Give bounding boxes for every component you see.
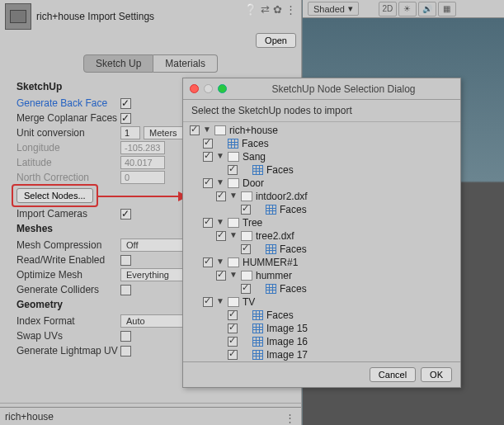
help-icon[interactable]: ❔ (244, 3, 257, 16)
expand-icon[interactable]: ▼ (216, 298, 224, 306)
label-swap-uvs: Swap UVs (16, 330, 120, 342)
inspector-tabs: Sketch Up Materials (0, 53, 301, 79)
expand-icon[interactable]: ▼ (216, 153, 224, 161)
tree-checkbox[interactable] (228, 310, 238, 320)
close-icon[interactable] (190, 84, 199, 93)
generate-colliders-checkbox[interactable] (120, 285, 131, 295)
tree-checkbox[interactable] (228, 350, 238, 360)
label-north-correction: North Correction (16, 172, 120, 183)
label-generate-colliders: Generate Colliders (16, 284, 120, 295)
expand-icon[interactable]: ▼ (229, 272, 238, 280)
fx-icon[interactable]: ▦ (438, 2, 456, 17)
tree-checkbox[interactable] (228, 165, 238, 175)
inspector-title: rich+house Import Settings (36, 11, 154, 22)
tree-node-label[interactable]: Faces (266, 309, 294, 321)
expand-icon[interactable]: ▼ (229, 192, 238, 201)
chevron-down-icon: ▾ (348, 3, 353, 14)
tree-checkbox[interactable] (203, 257, 213, 267)
tree-checkbox[interactable] (228, 323, 238, 333)
tree-checkbox[interactable] (241, 244, 251, 254)
mode-2d-button[interactable]: 2D (379, 2, 397, 17)
tree-checkbox[interactable] (228, 337, 238, 347)
tree-checkbox[interactable] (216, 271, 226, 281)
resize-handle-icon[interactable]: ⋮ (285, 412, 296, 422)
select-nodes-highlight: Select Nodes... (12, 184, 98, 207)
longitude-field: -105.283 (120, 141, 165, 154)
node-icon (214, 125, 226, 135)
node-icon (228, 178, 239, 188)
gear-icon[interactable]: ✿ (273, 3, 282, 16)
generate-back-face-checkbox[interactable] (120, 98, 131, 109)
tree-checkbox[interactable] (203, 297, 213, 307)
shading-dropdown[interactable]: Shaded ▾ (308, 2, 359, 16)
tree-node-label[interactable]: Faces (280, 204, 307, 215)
tree-node-label[interactable]: Sang (243, 151, 266, 163)
tree-node-label[interactable]: Image 17 (266, 349, 308, 361)
tree-node-label[interactable]: TV (243, 296, 255, 308)
ok-button[interactable]: OK (421, 367, 452, 382)
generate-lightmap-checkbox[interactable] (120, 346, 131, 357)
node-tree[interactable]: ▼rich+house Faces ▼Sang Faces ▼Door ▼int… (183, 122, 460, 362)
tree-checkbox[interactable] (241, 284, 251, 294)
tree-checkbox[interactable] (203, 178, 213, 188)
label-merge-coplanar: Merge Coplanar Faces (16, 112, 120, 124)
tree-node-label[interactable]: HUMMER#1 (243, 257, 298, 268)
preset-icon[interactable]: ⇄ (261, 3, 270, 16)
tab-sketchup[interactable]: Sketch Up (83, 54, 153, 73)
expand-icon[interactable]: ▼ (216, 179, 224, 187)
faces-icon (252, 337, 263, 347)
label-mesh-compression: Mesh Compression (16, 239, 120, 251)
faces-icon (266, 284, 276, 294)
menu-icon[interactable]: ⋮ (285, 3, 296, 16)
select-nodes-button[interactable]: Select Nodes... (16, 188, 93, 203)
merge-coplanar-checkbox[interactable] (120, 113, 131, 124)
dialog-title: SketchUp Node Selection Dialog (233, 83, 454, 95)
tree-checkbox[interactable] (190, 125, 200, 135)
expand-icon[interactable]: ▼ (203, 126, 211, 135)
zoom-icon[interactable] (218, 84, 227, 93)
tree-checkbox[interactable] (216, 191, 226, 201)
tree-node-label[interactable]: Image 16 (266, 336, 308, 347)
tree-node-label[interactable]: tree2.dxf (256, 230, 294, 242)
import-cameras-checkbox[interactable] (120, 209, 131, 220)
tree-node-label[interactable]: Faces (266, 164, 294, 176)
unit-value-field[interactable]: 1 (120, 126, 140, 139)
swap-uvs-checkbox[interactable] (120, 331, 131, 342)
tree-node-label[interactable]: intdoor2.dxf (256, 191, 308, 202)
tree-node-label[interactable]: Door (243, 177, 264, 189)
tree-checkbox[interactable] (203, 152, 213, 162)
tree-checkbox[interactable] (203, 218, 213, 228)
expand-icon[interactable]: ▼ (216, 258, 224, 267)
label-longitude: Longitude (16, 142, 120, 153)
expand-icon[interactable]: ▼ (229, 232, 238, 240)
tab-materials[interactable]: Materials (153, 54, 218, 73)
tree-node-label[interactable]: Image 15 (266, 323, 308, 334)
label-unit-conversion: Unit conversion (16, 127, 120, 139)
tree-node-label[interactable]: Faces (242, 138, 269, 149)
tree-node-label[interactable]: Tree (243, 217, 262, 229)
light-icon[interactable]: ☀ (398, 2, 417, 17)
tree-checkbox[interactable] (216, 231, 226, 241)
faces-icon (252, 165, 263, 175)
node-icon (241, 191, 252, 201)
tree-node-label[interactable]: rich+house (229, 125, 278, 136)
open-button[interactable]: Open (256, 33, 296, 48)
node-icon (228, 257, 239, 267)
label-import-cameras: Import Cameras (16, 208, 120, 220)
node-icon (228, 152, 239, 162)
rw-enabled-checkbox[interactable] (120, 255, 131, 266)
cancel-button[interactable]: Cancel (370, 367, 416, 382)
tree-node-label[interactable]: Faces (280, 283, 307, 295)
expand-icon[interactable]: ▼ (216, 219, 224, 227)
node-selection-dialog: SketchUp Node Selection Dialog Select th… (182, 78, 461, 388)
latitude-field: 40.017 (120, 156, 165, 169)
label-generate-back-face: Generate Back Face (16, 97, 120, 109)
tree-checkbox[interactable] (203, 139, 213, 149)
tree-checkbox[interactable] (241, 205, 251, 215)
faces-icon (252, 323, 263, 333)
label-latitude: Latitude (16, 157, 120, 168)
viewport-toolbar: Shaded ▾ 2D ☀ 🔊 ▦ (303, 0, 504, 18)
tree-node-label[interactable]: Faces (280, 243, 307, 255)
tree-node-label[interactable]: hummer (256, 270, 292, 281)
audio-icon[interactable]: 🔊 (418, 2, 436, 17)
